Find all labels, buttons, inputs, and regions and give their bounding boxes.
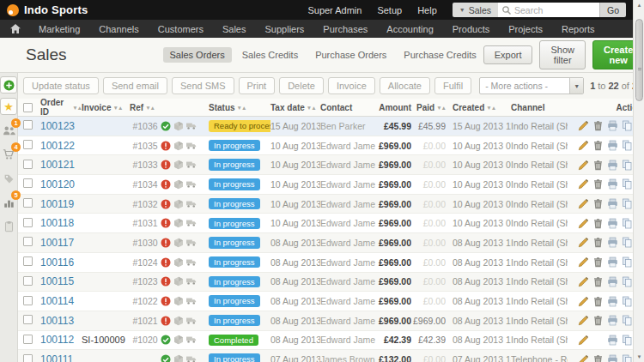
print-action-icon[interactable] bbox=[607, 120, 618, 131]
print-action-icon[interactable] bbox=[607, 160, 618, 171]
recent-reports-chart-icon[interactable]: 5 bbox=[0, 194, 17, 211]
edit-action-icon[interactable] bbox=[578, 354, 589, 362]
order-id-link[interactable]: 100113 bbox=[40, 315, 74, 327]
row-checkbox[interactable] bbox=[23, 140, 33, 149]
sort-arrows-icon[interactable]: ▼▲ bbox=[145, 105, 155, 111]
copy-action-icon[interactable] bbox=[622, 178, 633, 190]
bulk-action-button[interactable]: Send email bbox=[103, 77, 167, 94]
setup-link[interactable]: Setup bbox=[377, 5, 402, 15]
column-header[interactable]: Order ID▼▲ bbox=[40, 98, 82, 117]
nav-item[interactable]: Marketing bbox=[29, 24, 89, 34]
copy-action-icon[interactable] bbox=[622, 218, 633, 229]
copy-action-icon[interactable] bbox=[622, 354, 633, 362]
edit-action-icon[interactable] bbox=[578, 178, 589, 190]
delete-action-icon[interactable] bbox=[592, 120, 604, 131]
table-row[interactable]: 100115 #1023 bbox=[18, 273, 644, 293]
order-id-link[interactable]: 100114 bbox=[40, 295, 74, 307]
nav-item[interactable]: Projects bbox=[499, 24, 552, 34]
table-row[interactable]: 100116 #1024 bbox=[18, 253, 644, 273]
print-action-icon[interactable] bbox=[607, 237, 618, 248]
recent-contacts-icon[interactable]: 1 bbox=[0, 122, 17, 139]
copy-action-icon[interactable] bbox=[622, 335, 633, 346]
tab[interactable]: Purchase Orders bbox=[308, 47, 393, 63]
edit-action-icon[interactable] bbox=[578, 296, 589, 307]
column-header[interactable]: Tax date▼▲ bbox=[270, 103, 320, 112]
copy-action-icon[interactable] bbox=[622, 237, 633, 248]
recent-orders-cart-icon[interactable]: 4 bbox=[0, 146, 17, 163]
add-new-button[interactable] bbox=[0, 76, 17, 94]
row-checkbox[interactable] bbox=[23, 256, 33, 266]
column-header[interactable]: Channel▼▲ bbox=[511, 103, 568, 112]
delete-action-icon[interactable] bbox=[592, 160, 604, 171]
row-checkbox[interactable] bbox=[23, 354, 33, 362]
nav-item[interactable]: Products bbox=[443, 24, 499, 34]
recent-products-tag-icon[interactable] bbox=[0, 170, 17, 187]
edit-action-icon[interactable] bbox=[578, 218, 589, 229]
delete-action-icon[interactable] bbox=[592, 354, 604, 362]
bulk-action-button[interactable]: Print bbox=[239, 77, 276, 94]
sort-arrows-icon[interactable]: ▼▲ bbox=[307, 105, 316, 111]
table-row[interactable]: 100114 #1022 bbox=[18, 292, 644, 311]
order-id-link[interactable]: 100123 bbox=[40, 120, 75, 132]
more-actions-select[interactable]: - More actions - ▼ bbox=[479, 77, 584, 94]
order-id-link[interactable]: 100116 bbox=[40, 256, 74, 268]
edit-action-icon[interactable] bbox=[578, 276, 589, 287]
edit-action-icon[interactable] bbox=[578, 237, 589, 248]
copy-action-icon[interactable] bbox=[622, 140, 633, 151]
print-action-icon[interactable] bbox=[607, 178, 618, 190]
tab[interactable]: Sales Orders bbox=[163, 47, 232, 63]
row-checkbox[interactable] bbox=[23, 315, 33, 324]
nav-item[interactable]: Suppliers bbox=[256, 24, 314, 34]
favorites-star-button[interactable]: ★ bbox=[0, 98, 17, 115]
sort-arrows-icon[interactable]: ▼▲ bbox=[436, 105, 446, 111]
order-id-link[interactable]: 100112 bbox=[40, 334, 74, 346]
row-checkbox[interactable] bbox=[23, 218, 33, 227]
column-header[interactable]: Ref▼▲ bbox=[130, 103, 161, 112]
brand[interactable]: Indo Sports bbox=[0, 3, 88, 16]
order-id-link[interactable]: 100115 bbox=[40, 275, 74, 287]
order-id-link[interactable]: 100120 bbox=[40, 178, 75, 190]
order-id-link[interactable]: 100118 bbox=[40, 217, 74, 229]
row-checkbox[interactable] bbox=[23, 160, 33, 169]
search-go-button[interactable]: Go bbox=[599, 3, 626, 17]
user-menu[interactable]: Super Admin bbox=[307, 5, 361, 15]
nav-item[interactable]: Reports bbox=[552, 24, 605, 34]
show-filter-button[interactable]: Show filter bbox=[539, 40, 586, 69]
delete-action-icon[interactable] bbox=[592, 296, 604, 307]
bulk-action-button[interactable]: Invoice bbox=[328, 77, 375, 94]
delete-action-icon[interactable] bbox=[592, 256, 604, 268]
table-row[interactable]: 100113 #1021 bbox=[18, 311, 644, 331]
column-header[interactable]: Contact▼▲ bbox=[320, 103, 375, 112]
delete-action-icon[interactable] bbox=[592, 237, 604, 248]
edit-action-icon[interactable] bbox=[578, 120, 589, 131]
table-row[interactable]: 100118 #1031 bbox=[18, 214, 644, 233]
delete-action-icon[interactable] bbox=[592, 218, 604, 229]
print-action-icon[interactable] bbox=[607, 140, 618, 151]
home-icon[interactable] bbox=[0, 24, 29, 33]
select-all-checkbox[interactable] bbox=[23, 103, 33, 112]
copy-action-icon[interactable] bbox=[622, 198, 633, 209]
edit-action-icon[interactable] bbox=[578, 198, 589, 209]
search-input[interactable] bbox=[514, 5, 592, 15]
copy-action-icon[interactable] bbox=[622, 160, 633, 171]
column-header[interactable]: Paid▼▲ bbox=[411, 103, 446, 112]
print-action-icon[interactable] bbox=[607, 276, 618, 287]
print-action-icon[interactable] bbox=[607, 296, 618, 307]
scroll-down-arrow[interactable]: ▼ bbox=[634, 352, 644, 362]
edit-action-icon[interactable] bbox=[578, 315, 589, 326]
table-row[interactable]: 100120 #1034 bbox=[18, 175, 644, 195]
nav-item[interactable]: Customers bbox=[149, 24, 213, 34]
print-action-icon[interactable] bbox=[607, 315, 618, 326]
print-action-icon[interactable] bbox=[607, 218, 618, 229]
sort-arrows-icon[interactable]: ▼▲ bbox=[486, 105, 495, 111]
print-action-icon[interactable] bbox=[607, 354, 618, 362]
print-action-icon[interactable] bbox=[607, 335, 618, 346]
table-row[interactable]: 100117 #1030 bbox=[18, 233, 644, 253]
copy-action-icon[interactable] bbox=[622, 256, 633, 268]
edit-action-icon[interactable] bbox=[578, 256, 589, 268]
search-scope-select[interactable]: ▼ Sales bbox=[453, 3, 498, 17]
sort-arrows-icon[interactable]: ▼▲ bbox=[72, 105, 82, 111]
row-checkbox[interactable] bbox=[23, 237, 33, 246]
table-row[interactable]: 100121 #1033 bbox=[18, 155, 644, 175]
bulk-action-button[interactable]: Update status bbox=[23, 77, 99, 94]
